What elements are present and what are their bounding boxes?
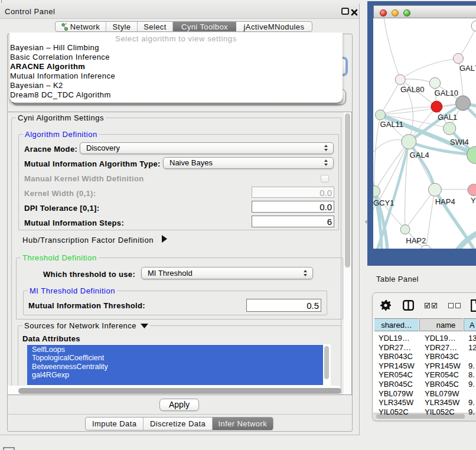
svg-text:GAL10: GAL10 [435, 89, 458, 97]
svg-text:GAL7: GAL7 [459, 64, 476, 73]
svg-text:YM: YM [471, 196, 476, 205]
svg-text:SWI4: SWI4 [450, 138, 469, 146]
svg-text:GAL1: GAL1 [438, 113, 457, 122]
svg-text:GCY1: GCY1 [373, 198, 394, 207]
svg-text:GAL4: GAL4 [410, 151, 429, 159]
svg-text:GAL80: GAL80 [400, 85, 424, 94]
svg-text:GAL11: GAL11 [380, 120, 404, 129]
svg-text:HAP4: HAP4 [435, 197, 455, 206]
svg-text:HAP2: HAP2 [406, 236, 426, 245]
